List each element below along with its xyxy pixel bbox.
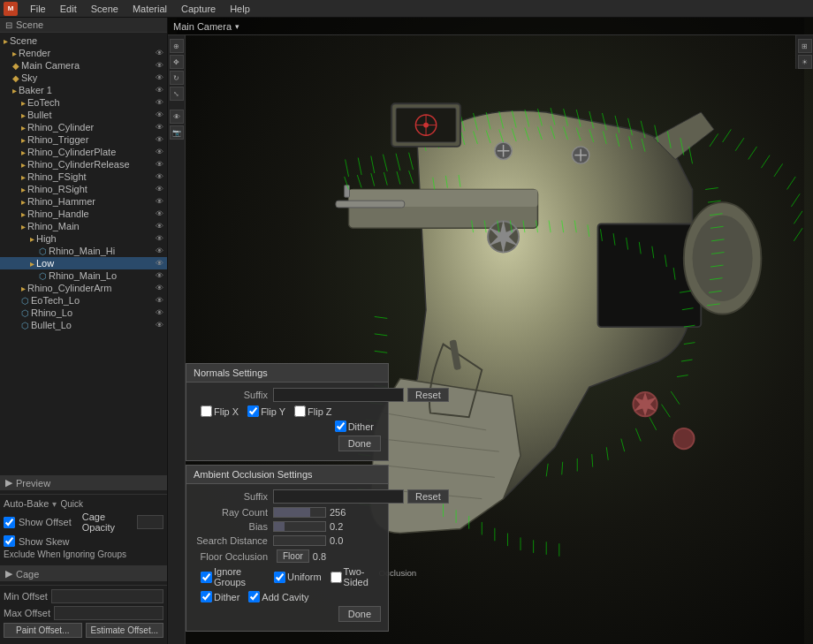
tree-item-baker-1[interactable]: ▸ Baker 1👁 [0, 84, 167, 96]
tree-item-rhino-trigger[interactable]: ▸ Rhino_Trigger👁 [0, 133, 167, 146]
tree-item-rhino-main[interactable]: ▸ Rhino_Main👁 [0, 220, 167, 232]
select-tool-button[interactable]: ⊕ [170, 39, 184, 53]
grid-toggle-button[interactable]: ⊞ [798, 39, 812, 53]
visibility-icon[interactable]: 👁 [156, 110, 163, 119]
tree-item-eotech-lo[interactable]: ⬡ EoTech_Lo👁 [0, 294, 167, 307]
visibility-icon[interactable]: 👁 [156, 271, 163, 280]
tree-item-rhino-hammer[interactable]: ▸ Rhino_Hammer👁 [0, 195, 167, 208]
tree-item-sky[interactable]: ◆ Sky👁 [0, 72, 167, 84]
rotate-tool-button[interactable]: ↻ [170, 71, 184, 85]
visibility-icon[interactable]: 👁 [156, 61, 163, 70]
visibility-icon[interactable]: 👁 [156, 259, 163, 268]
ao-done-button[interactable]: Done [338, 606, 381, 622]
ignore-groups-checkbox[interactable] [201, 572, 212, 583]
viewport-dropdown-icon[interactable]: ▾ [235, 22, 239, 31]
menu-item-capture[interactable]: Capture [174, 4, 223, 14]
visibility-icon[interactable]: 👁 [156, 296, 163, 305]
bias-slider[interactable] [273, 521, 326, 532]
menu-item-edit[interactable]: Edit [53, 4, 84, 14]
tree-item-low[interactable]: ▸ Low👁 [0, 257, 167, 269]
tree-item-bullet[interactable]: ▸ Bullet👁 [0, 109, 167, 121]
flip-z-checkbox[interactable] [294, 405, 306, 417]
visibility-icon[interactable]: 👁 [156, 197, 163, 206]
cage-opacity-input[interactable]: 0.5 [137, 515, 163, 529]
visibility-icon[interactable]: 👁 [156, 98, 163, 107]
visibility-icon[interactable]: 👁 [156, 308, 163, 317]
tree-item-rhino-rsight[interactable]: ▸ Rhino_RSight👁 [0, 183, 167, 195]
visibility-icon[interactable]: 👁 [156, 73, 163, 82]
camera-tool-button[interactable]: 📷 [170, 125, 184, 140]
tree-item-rhino-cylinderplate[interactable]: ▸ Rhino_CylinderPlate👁 [0, 146, 167, 158]
move-tool-button[interactable]: ✥ [170, 55, 184, 69]
visibility-icon[interactable]: 👁 [156, 234, 163, 243]
tree-item-rhino-fsight[interactable]: ▸ Rhino_FSight👁 [0, 170, 167, 183]
scale-tool-button[interactable]: ⤡ [170, 87, 184, 101]
show-skew-checkbox[interactable] [4, 535, 15, 547]
min-offset-input[interactable]: 0.133 [51, 589, 163, 603]
visibility-icon[interactable]: 👁 [156, 246, 163, 255]
estimate-offset-button[interactable]: Estimate Offset... [86, 623, 164, 638]
floor-button[interactable]: Floor [277, 549, 309, 563]
max-offset-input[interactable]: 0.029 [54, 606, 163, 620]
search-distance-row: Search Distance 0.0 [194, 535, 381, 546]
tree-item-rhino-cylinderrelease[interactable]: ▸ Rhino_CylinderRelease👁 [0, 158, 167, 170]
ao-reset-button[interactable]: Reset [407, 489, 449, 504]
flip-x-checkbox[interactable] [201, 405, 212, 417]
visibility-icon[interactable]: 👁 [156, 209, 163, 218]
ao-dither-checkbox[interactable] [201, 591, 212, 602]
cage-opacity-label: Cage Opacity [82, 511, 133, 533]
visibility-icon[interactable]: 👁 [156, 49, 163, 57]
visibility-icon[interactable]: 👁 [156, 172, 163, 181]
ray-count-slider[interactable] [273, 507, 326, 518]
tree-item-rhino-lo[interactable]: ⬡ Rhino_Lo👁 [0, 307, 167, 319]
paint-offset-button[interactable]: Paint Offset... [4, 623, 82, 638]
svg-rect-26 [336, 201, 405, 208]
tree-item-rhino-cylinder[interactable]: ▸ Rhino_Cylinder👁 [0, 121, 167, 133]
uniform-checkbox[interactable] [274, 572, 285, 583]
auto-bake-dropdown-icon[interactable]: ▾ [52, 499, 57, 509]
viewport[interactable]: Main Camera ▾ ⊕ ✥ ↻ ⤡ 👁 📷 ⊞ ☀ [168, 18, 813, 644]
visibility-icon[interactable]: 👁 [156, 86, 163, 95]
tree-item-rhino-handle[interactable]: ▸ Rhino_Handle👁 [0, 208, 167, 220]
folder-icon: ▸ [21, 185, 26, 194]
visibility-icon[interactable]: 👁 [156, 148, 163, 156]
tree-item-eotech[interactable]: ▸ EoTech👁 [0, 96, 167, 109]
ao-suffix-row: Suffix ao Reset [194, 489, 381, 504]
menu-item-material[interactable]: Material [125, 4, 174, 14]
tree-item-render[interactable]: ▸ Render👁 [0, 47, 167, 59]
tree-item-scene[interactable]: ▸ Scene [0, 34, 167, 47]
menu-item-scene[interactable]: Scene [84, 4, 125, 14]
normals-done-button[interactable]: Done [338, 436, 381, 451]
two-sided-checkbox[interactable] [331, 572, 342, 583]
visibility-icon[interactable]: 👁 [156, 321, 163, 330]
menu-item-file[interactable]: File [23, 4, 53, 14]
preview-section-header[interactable]: ▶ Preview [0, 475, 167, 490]
tree-item-rhino-main-lo[interactable]: ⬡ Rhino_Main_Lo👁 [0, 269, 167, 282]
search-distance-slider[interactable] [273, 535, 326, 546]
tree-item-high[interactable]: ▸ High👁 [0, 232, 167, 245]
normals-suffix-input[interactable]: normal [273, 388, 404, 402]
scene-tree[interactable]: ▸ Scene▸ Render👁◆ Main Camera👁◆ Sky👁▸ Ba… [0, 33, 167, 475]
view-tool-button[interactable]: 👁 [170, 110, 184, 124]
normals-reset-button[interactable]: Reset [407, 388, 449, 402]
visibility-icon[interactable]: 👁 [156, 284, 163, 292]
exclude-row: Exclude When Ignoring Groups [4, 549, 163, 559]
visibility-icon[interactable]: 👁 [156, 185, 163, 193]
show-offset-label: Show Offset [19, 517, 72, 527]
flip-y-checkbox[interactable] [247, 405, 259, 417]
light-tool-button[interactable]: ☀ [798, 55, 812, 69]
tree-item-main-camera[interactable]: ◆ Main Camera👁 [0, 59, 167, 72]
show-offset-checkbox[interactable] [4, 517, 15, 528]
visibility-icon[interactable]: 👁 [156, 123, 163, 132]
visibility-icon[interactable]: 👁 [156, 222, 163, 231]
tree-item-rhino-cylinderarm[interactable]: ▸ Rhino_CylinderArm👁 [0, 282, 167, 294]
visibility-icon[interactable]: 👁 [156, 135, 163, 144]
visibility-icon[interactable]: 👁 [156, 160, 163, 169]
tree-item-bullet-lo[interactable]: ⬡ Bullet_Lo👁 [0, 319, 167, 331]
tree-item-rhino-main-hi[interactable]: ⬡ Rhino_Main_Hi👁 [0, 245, 167, 257]
cage-section-header[interactable]: ▶ Cage [0, 566, 167, 581]
menu-item-help[interactable]: Help [223, 4, 257, 14]
add-cavity-checkbox[interactable] [248, 591, 260, 602]
ao-suffix-input[interactable]: ao [273, 489, 404, 504]
dither-checkbox[interactable] [335, 420, 346, 432]
